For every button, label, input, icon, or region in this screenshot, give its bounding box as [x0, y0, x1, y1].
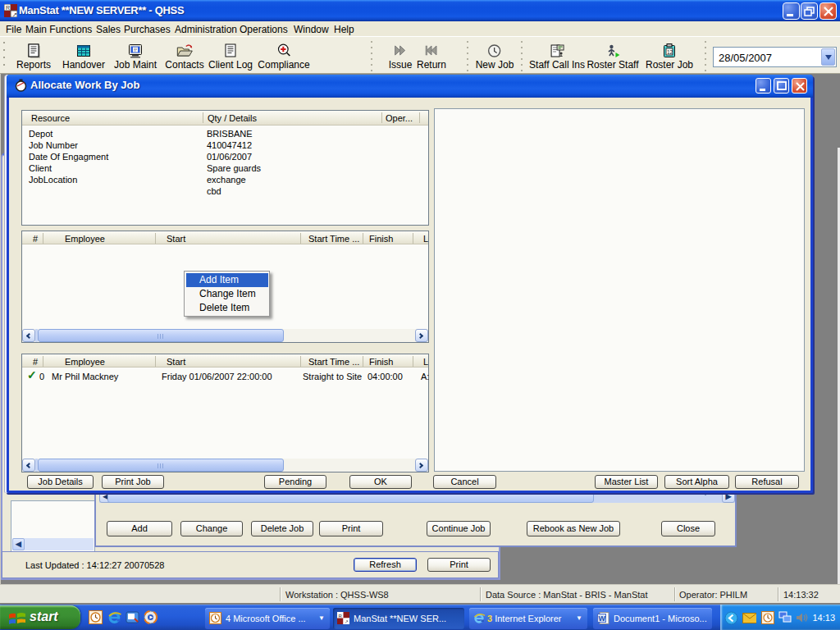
svg-text:R: R: [6, 5, 10, 11]
svg-text:↗: ↗: [345, 619, 349, 624]
svg-text:W: W: [599, 614, 606, 623]
svg-text:12: 12: [667, 49, 673, 55]
svg-text:R: R: [339, 614, 343, 619]
svg-text:↗: ↗: [12, 11, 17, 17]
